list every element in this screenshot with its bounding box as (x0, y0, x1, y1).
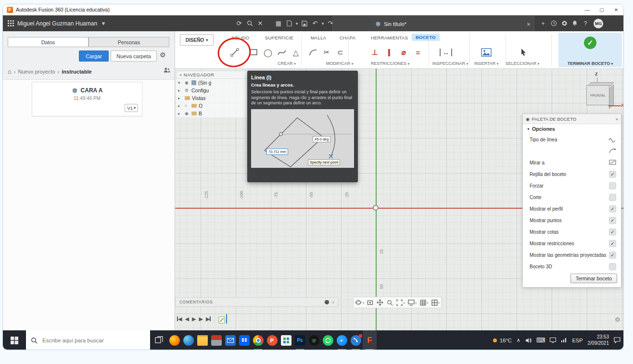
checkbox-3d-sketch[interactable] (609, 263, 616, 270)
chrome-icon[interactable] (251, 330, 265, 350)
tab-boceto[interactable]: BOCETO (412, 34, 440, 41)
tab-close-icon[interactable]: ✕ (523, 16, 534, 32)
group-crear[interactable]: CREAR ▾ (278, 61, 296, 66)
tab-superficie[interactable]: SUPERFICIE (265, 35, 293, 40)
firefox-icon[interactable] (167, 330, 181, 350)
notifications-bell-icon[interactable] (570, 15, 580, 31)
new-folder-button[interactable]: Nueva carpeta (111, 50, 157, 62)
checkbox-profile[interactable]: ✓ (609, 205, 616, 213)
maximize-button[interactable]: ▢ (595, 4, 609, 15)
close-panel-icon[interactable]: ✕ (255, 15, 266, 31)
constraint-tangent-icon[interactable]: ⌀ (395, 44, 412, 61)
upload-button[interactable]: Cargar (79, 50, 109, 62)
tab-solido[interactable]: SÓLIDO (231, 35, 249, 40)
insert-image-icon[interactable] (478, 44, 494, 61)
group-seleccionar[interactable]: SELECCIONAR ▾ (506, 61, 540, 66)
timeline-settings-gear-icon[interactable]: ⚙ (615, 316, 620, 323)
weather-widget[interactable]: 16°C (492, 338, 512, 343)
constraint-horizontal-vertical-icon[interactable]: ⊥ (367, 44, 383, 61)
fusion-360-icon[interactable]: F (363, 330, 377, 350)
timeline-step-back-button[interactable]: ◀ (185, 316, 189, 322)
toolbox-app-icon[interactable] (209, 330, 223, 350)
tab-datos[interactable]: Datos (8, 37, 89, 47)
group-terminar-boceto[interactable]: TERMINAR BOCETO ▾ (568, 61, 613, 66)
rectangle-tool-icon[interactable] (245, 44, 262, 61)
office-grid-app-icon[interactable] (279, 330, 293, 350)
tree-closed-icon[interactable]: ▸ (178, 88, 183, 93)
calls-app-icon[interactable] (349, 330, 363, 350)
constraint-equal-icon[interactable]: = (410, 44, 426, 61)
new-tab-icon[interactable]: + (538, 15, 548, 31)
section-caret-icon[interactable]: ▼ (527, 127, 530, 131)
cube-front-face[interactable]: FRONTAL (586, 85, 609, 105)
tree-item-origin[interactable]: ▸ ○ O (176, 102, 249, 110)
job-status-clock-icon[interactable] (548, 15, 559, 31)
palette-section-options[interactable]: ▼ Opciones (523, 124, 621, 134)
breadcrumb-project[interactable]: Nuevo proyecto (18, 69, 55, 75)
task-view-button[interactable] (150, 330, 167, 350)
checkbox-slice[interactable] (609, 194, 616, 201)
eye-off-icon[interactable]: ○ (185, 103, 190, 108)
mail-icon[interactable] (223, 330, 237, 350)
file-menu-icon[interactable] (284, 15, 294, 31)
offset-tool-icon[interactable]: ⊂ (332, 44, 348, 61)
checkbox-dimensions[interactable]: ✓ (609, 228, 616, 236)
tree-closed-icon[interactable]: ▸ (178, 103, 183, 108)
display-icon[interactable] (550, 338, 556, 343)
design-dropdown[interactable]: DISEÑO▾ (180, 34, 214, 46)
look-at-icon[interactable] (609, 160, 616, 166)
home-icon[interactable]: ⌂ (8, 68, 12, 75)
comments-indicator-icon[interactable] (324, 300, 329, 305)
action-center-icon[interactable] (614, 337, 620, 343)
data-settings-gear-icon[interactable]: ⚙ (160, 51, 166, 59)
comments-expand-icon[interactable]: › (332, 300, 334, 305)
tree-closed-icon[interactable]: ▸ (178, 96, 183, 100)
help-icon[interactable]: ? (580, 15, 591, 31)
volume-icon[interactable] (525, 338, 532, 343)
group-inspeccionar[interactable]: INSPECCIONAR ▾ (432, 61, 468, 66)
group-modificar[interactable]: MODIFICAR ▾ (326, 61, 354, 66)
tree-item-views[interactable]: ▸ Vistas (176, 94, 249, 102)
version-dropdown[interactable]: V1▾ (125, 104, 138, 112)
navigator-header[interactable]: « NAVEGADOR (176, 71, 249, 79)
finish-sketch-button[interactable]: Terminar boceto (570, 274, 617, 283)
undo-caret-icon[interactable]: ▾ (320, 15, 325, 31)
linetype-icon[interactable] (608, 137, 616, 142)
spotify-icon[interactable] (307, 330, 321, 350)
refresh-icon[interactable]: ⟳ (234, 15, 244, 31)
checkbox-constraints[interactable]: ✓ (609, 240, 616, 247)
messenger-icon[interactable] (335, 330, 349, 350)
save-icon[interactable] (299, 15, 310, 31)
tab-herramientas[interactable]: HERRAMIENTAS (371, 35, 408, 40)
search-icon[interactable] (244, 15, 255, 31)
timeline-marker[interactable] (226, 314, 227, 324)
checkbox-projected[interactable]: ✓ (609, 251, 616, 259)
comments-bar[interactable]: COMENTARIOS › (175, 297, 339, 307)
timeline-step-forward-button[interactable]: ▶ (199, 316, 203, 322)
hidden-icons-chevron[interactable]: ∧ (517, 337, 520, 343)
centerline-icon[interactable] (608, 148, 616, 154)
user-menu[interactable]: Miguel Angel Guzman Huaman (17, 20, 97, 27)
taskbar-search-input[interactable] (41, 337, 139, 344)
pan-icon[interactable] (377, 299, 383, 306)
palette-collapse-icon[interactable]: » (616, 116, 618, 122)
constraint-parallel-icon[interactable]: ∥ (381, 44, 397, 61)
navigator-collapse-icon[interactable]: « (179, 72, 182, 77)
network-icon[interactable] (561, 338, 567, 343)
minimize-button[interactable]: — (580, 4, 595, 15)
edge-icon[interactable] (181, 330, 195, 350)
finish-sketch-check-icon[interactable]: ✓ (584, 37, 596, 49)
timeline-sketch-feature[interactable] (218, 314, 227, 324)
group-restricciones[interactable]: RESTRICCIONES ▾ (371, 61, 409, 66)
select-cursor-icon[interactable] (516, 44, 532, 61)
user-menu-caret-icon[interactable]: ▾ (101, 15, 106, 31)
p-badge-app-icon[interactable]: P (265, 330, 279, 350)
file-card[interactable]: CARA A 11:49:46 PM V1▾ (32, 82, 142, 116)
look-at-view-icon[interactable] (367, 300, 373, 306)
timeline-play-button[interactable]: ▶ (192, 316, 196, 322)
eye-icon[interactable]: ◉ (185, 111, 190, 116)
job-status-grid-icon[interactable] (8, 20, 14, 26)
close-button[interactable]: ✕ (609, 4, 623, 15)
tree-item-document[interactable]: ▾ ◉ (Sin g (176, 79, 249, 87)
viewports-icon[interactable]: ▾ (431, 300, 440, 306)
